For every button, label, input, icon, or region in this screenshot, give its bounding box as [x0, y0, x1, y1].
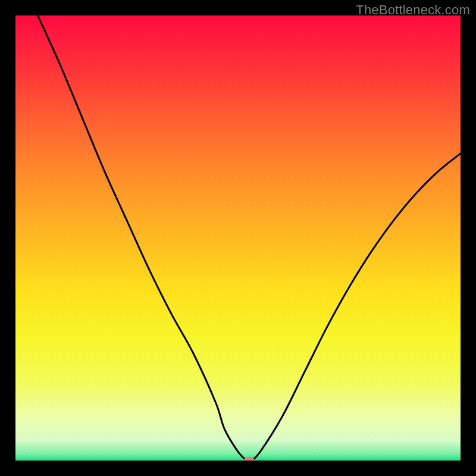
plot-area [15, 15, 461, 461]
chart-svg [15, 15, 461, 461]
chart-frame: TheBottleneck.com [0, 0, 476, 476]
gradient-background [15, 15, 461, 461]
